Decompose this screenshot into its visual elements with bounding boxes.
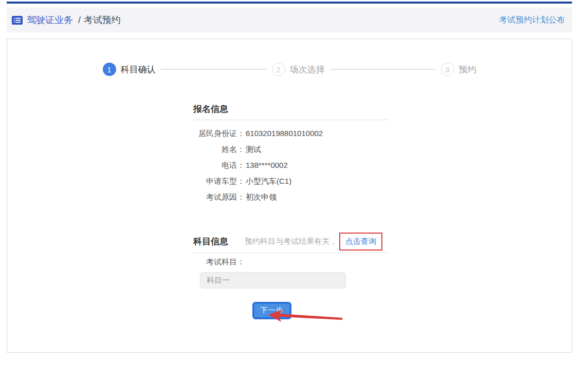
field-label: 姓名：: [193, 141, 245, 157]
field-value: 小型汽车(C1): [246, 173, 291, 189]
section-divider: [193, 120, 388, 120]
breadcrumb: 驾驶证业务 / 考试预约: [12, 14, 121, 26]
wizard-stepper: 1 科目确认 2 场次选择 3 预约: [7, 63, 572, 76]
annotation-highlight-box: 点击查询: [339, 233, 382, 251]
section-divider: [193, 253, 388, 253]
info-row-id-card: 居民身份证： 610320198801010002: [193, 125, 388, 141]
click-query-link[interactable]: 点击查询: [345, 237, 376, 245]
field-label: 申请车型：: [193, 173, 245, 189]
step-1-label: 科目确认: [121, 64, 156, 75]
field-value: 测试: [246, 141, 261, 157]
page-container: 驾驶证业务 / 考试预约 考试预约计划公布 1 科目确认 2 场次选择 3 预约…: [7, 2, 572, 353]
button-row: 下一步: [252, 302, 388, 319]
next-step-button[interactable]: 下一步: [252, 302, 291, 319]
breadcrumb-current-page: 考试预约: [84, 14, 121, 26]
page-header: 驾驶证业务 / 考试预约 考试预约计划公布: [7, 8, 572, 32]
field-label: 居民身份证：: [193, 125, 245, 141]
step-connector: [330, 69, 436, 70]
info-row-phone: 电话： 138****0002: [193, 157, 388, 173]
main-panel: 1 科目确认 2 场次选择 3 预约 报名信息 居民身份证： 610320198…: [7, 39, 572, 353]
form-content: 报名信息 居民身份证： 610320198801010002 姓名： 测试 电话…: [193, 104, 388, 319]
exam-subject-input[interactable]: 科目一: [200, 272, 346, 289]
registration-info-title: 报名信息: [193, 104, 388, 114]
field-value: 138****0002: [246, 157, 288, 173]
breadcrumb-separator: /: [78, 15, 81, 26]
step-2-label: 场次选择: [290, 64, 325, 75]
field-value: 610320198801010002: [246, 125, 323, 141]
field-value: 初次申领: [246, 189, 277, 205]
step-3-circle: 3: [441, 63, 454, 76]
list-menu-icon: [12, 16, 23, 25]
exam-plan-announcement-link[interactable]: 考试预约计划公布: [499, 15, 565, 26]
step-session-select: 2 场次选择: [272, 63, 325, 76]
field-label: 电话：: [193, 157, 245, 173]
info-row-vehicle-type: 申请车型： 小型汽车(C1): [193, 173, 388, 189]
step-1-circle: 1: [103, 63, 116, 76]
step-2-circle: 2: [272, 63, 285, 76]
step-subject-confirm: 1 科目确认: [103, 63, 156, 76]
info-row-exam-reason: 考试原因： 初次申领: [193, 189, 388, 205]
step-connector: [161, 69, 267, 70]
top-accent-bar: [7, 2, 572, 4]
step-reserve: 3 预约: [441, 63, 476, 76]
subject-info-title: 科目信息: [193, 237, 228, 247]
field-label: 考试原因：: [193, 189, 245, 205]
registration-info-list: 居民身份证： 610320198801010002 姓名： 测试 电话： 138…: [193, 125, 388, 205]
info-row-name: 姓名： 测试: [193, 141, 388, 157]
breadcrumb-section[interactable]: 驾驶证业务: [27, 14, 73, 26]
subject-info-header: 科目信息 预约科目与考试结果有关， 点击查询: [193, 233, 388, 251]
exam-subject-group: 考试科目： 科目一 下一步: [200, 257, 388, 319]
subject-hint-text: 预约科目与考试结果有关，: [245, 237, 337, 246]
exam-subject-label: 考试科目：: [206, 257, 388, 266]
step-3-label: 预约: [459, 64, 476, 75]
subject-info-section: 科目信息 预约科目与考试结果有关， 点击查询 考试科目： 科目一 下一步: [193, 233, 388, 319]
